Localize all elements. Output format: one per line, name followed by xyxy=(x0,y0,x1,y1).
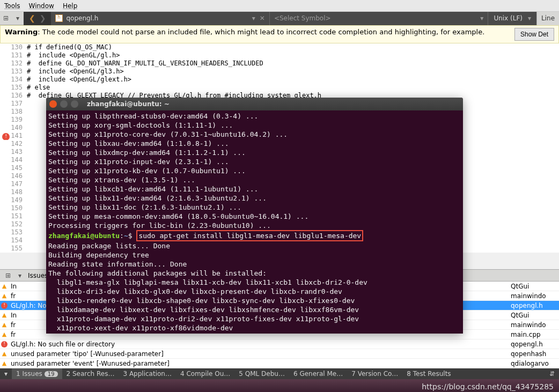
dropdown-icon[interactable]: ▾ xyxy=(480,14,483,22)
line-number: 150 xyxy=(0,204,27,212)
highlighted-command: sudo apt-get install libgl1-mesa-dev lib… xyxy=(136,230,363,241)
terminal-line: Setting up libpthread-stubs0-dev:amd64 (… xyxy=(48,112,461,121)
warning-icon: ▲ xyxy=(0,310,9,320)
code-line[interactable]: 134# include <OpenGL/glext.h> xyxy=(0,76,559,84)
output-tab[interactable]: 4 Compile Ou… xyxy=(176,368,234,379)
menu-help[interactable]: Help xyxy=(63,2,77,10)
menu-tools[interactable]: Tools xyxy=(4,2,20,10)
issue-row[interactable]: ▲unused parameter 'tipo' [-Wunused-param… xyxy=(0,349,559,359)
terminal-line: libxcb-render0-dev libxcb-shape0-dev lib… xyxy=(48,296,461,305)
terminal-titlebar[interactable]: zhangfakai@ubuntu: ~ xyxy=(46,98,463,110)
output-tab[interactable]: 7 Version Co… xyxy=(347,368,402,379)
tab-label: 8 Test Results xyxy=(407,370,451,378)
code-line[interactable]: 133# include <OpenGL/gl3.h> xyxy=(0,68,559,76)
terminal-line: Setting up libx11-doc (2:1.6.3-1ubuntu2.… xyxy=(48,203,461,212)
code-line[interactable]: 130# if defined(Q_OS_MAC) xyxy=(0,43,559,51)
line-number: 131 xyxy=(0,51,27,60)
line-number: 153 xyxy=(0,228,27,236)
issue-description: unused parameter 'event' [-Wunused-param… xyxy=(9,359,511,368)
dropdown-icon[interactable]: ▾ xyxy=(528,14,531,22)
issues-title: Issues xyxy=(28,272,48,279)
terminal-line: Reading package lists... Done xyxy=(48,241,461,250)
issue-file: qdialogarvo xyxy=(511,359,559,368)
output-tab[interactable]: 2 Search Res… xyxy=(62,368,119,379)
terminal-line: Setting up mesa-common-dev:amd64 (18.0.5… xyxy=(48,212,461,221)
watermark: https://blog.csdn.net/qq_43475285 xyxy=(422,382,554,391)
warning-text: Warning: The code model could not parse … xyxy=(5,28,510,37)
issue-file: qopenhash xyxy=(511,349,559,358)
issue-file: mainwindo xyxy=(511,291,559,300)
error-icon: ! xyxy=(2,133,10,140)
show-details-button[interactable]: Show Det xyxy=(514,28,554,41)
issue-file: qopengl.h xyxy=(511,339,559,349)
tab-label: 5 QML Debu… xyxy=(239,370,285,378)
warning-icon: ▲ xyxy=(0,359,9,368)
toolbar: ⊞ ▾ ❮ ❯ qopengl.h ▾ ✕ <Select Symbol> ▾ … xyxy=(0,12,559,25)
issue-row[interactable]: !GL/gl.h: No such file or directoryqopen… xyxy=(0,339,559,349)
window-close-icon[interactable] xyxy=(49,100,57,108)
code-text: # else xyxy=(27,84,50,92)
tab-label: 1 Issues xyxy=(16,370,42,378)
line-number: 151 xyxy=(0,212,27,220)
code-text: # include <OpenGL/glext.h> xyxy=(27,76,131,84)
menu-window[interactable]: Window xyxy=(29,2,54,10)
nav-forward-icon[interactable]: ❯ xyxy=(40,14,46,23)
dropdown-icon[interactable]: ▾ xyxy=(14,270,26,281)
output-tab[interactable]: 6 General Me… xyxy=(289,368,347,379)
dropdown-icon[interactable]: ▾ xyxy=(252,14,255,22)
error-icon: ! xyxy=(0,339,9,349)
terminal-line: x11proto-xext-dev x11proto-xf86vidmode-d… xyxy=(48,323,461,332)
terminal-body[interactable]: Setting up libpthread-stubs0-dev:amd64 (… xyxy=(46,110,463,334)
terminal-window[interactable]: zhangfakai@ubuntu: ~ Setting up libpthre… xyxy=(46,98,463,334)
line-number: 142 xyxy=(0,140,27,148)
window-maximize-icon[interactable] xyxy=(71,100,78,108)
line-number: !141 xyxy=(0,132,27,140)
line-indicator[interactable]: Line xyxy=(536,12,559,25)
file-tab[interactable]: qopengl.h ▾ ✕ xyxy=(51,12,269,25)
close-file-icon[interactable]: ✕ xyxy=(260,14,265,22)
encoding-selector[interactable]: Unix (LF) ▾ xyxy=(488,12,536,25)
output-tab[interactable]: 8 Test Results xyxy=(402,368,455,379)
window-minimize-icon[interactable] xyxy=(60,100,68,108)
terminal-line: Setting up libxcb1-dev:amd64 (1.11.1-1ub… xyxy=(48,184,461,194)
warning-icon: ▲ xyxy=(0,320,9,329)
line-number: 149 xyxy=(0,196,27,204)
line-number: 135 xyxy=(0,84,27,92)
line-number: 145 xyxy=(0,164,27,172)
collapse-icon[interactable]: ▾ xyxy=(0,368,12,379)
output-tab[interactable]: 5 QML Debu… xyxy=(234,368,289,379)
tab-badge: 19 xyxy=(45,371,58,377)
split-horizontal-icon[interactable]: ⊞ xyxy=(0,13,12,24)
code-text: # if defined(Q_OS_MAC) xyxy=(27,43,112,51)
line-number: 140 xyxy=(0,124,27,132)
terminal-line: Setting up libxau-dev:amd64 (1:1.0.8-1) … xyxy=(48,139,461,148)
output-tab[interactable]: 3 Application… xyxy=(119,368,176,379)
terminal-line: libxcb-dri3-dev libxcb-glx0-dev libxcb-p… xyxy=(48,287,461,296)
split-vertical-icon[interactable]: ▾ xyxy=(12,13,24,24)
terminal-prompt-line: zhangfakai@ubuntu:~$ sudo apt-get instal… xyxy=(48,230,461,241)
output-tabs: ▾1 Issues192 Search Res…3 Application…4 … xyxy=(0,368,559,379)
symbol-selector[interactable]: <Select Symbol> ▾ xyxy=(269,12,488,25)
code-line[interactable]: 132# define GL_DO_NOT_WARN_IF_MULTI_GL_V… xyxy=(0,60,559,68)
terminal-line: libgl1-mesa-glx libglapi-mesa libx11-xcb… xyxy=(48,278,461,287)
issue-file: mainwindo xyxy=(511,320,559,329)
issue-row[interactable]: ▲unused parameter 'event' [-Wunused-para… xyxy=(0,359,559,368)
tab-label: 7 Version Co… xyxy=(351,370,398,378)
code-line[interactable]: 131# include <OpenGL/gl.h> xyxy=(0,51,559,60)
output-tab[interactable]: 1 Issues19 xyxy=(12,368,62,379)
code-line[interactable]: 135# else xyxy=(0,84,559,92)
error-icon: ! xyxy=(0,301,9,310)
issue-file: qopengl.h xyxy=(511,301,559,310)
split-icon[interactable]: ⊞ xyxy=(2,270,14,281)
line-number: 146 xyxy=(0,172,27,180)
more-icon[interactable]: ⇵ xyxy=(545,368,559,379)
tab-label: 3 Application… xyxy=(123,370,172,378)
nav-back-icon[interactable]: ❮ xyxy=(29,14,35,23)
terminal-line: The following additional packages will b… xyxy=(48,269,461,278)
tab-label: 6 General Me… xyxy=(293,370,343,378)
line-number: 154 xyxy=(0,236,27,245)
line-number: 130 xyxy=(0,43,27,51)
terminal-line: Building dependency tree xyxy=(48,250,461,260)
terminal-line: x11proto-damage-dev x11proto-dri2-dev x1… xyxy=(48,314,461,323)
warning-icon: ▲ xyxy=(0,330,9,339)
